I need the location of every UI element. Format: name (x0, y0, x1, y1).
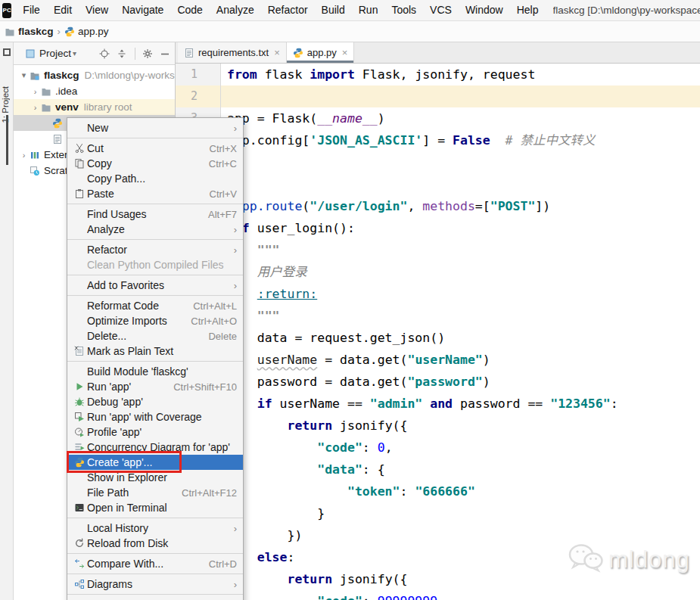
code-line[interactable]: 10 用户登录 (176, 261, 700, 283)
tree-item-flaskcg[interactable]: ▾flaskcgD:\mldong\py-worksp (14, 67, 175, 83)
tree-item-idea[interactable]: ›.idea (14, 83, 175, 99)
breadcrumb-item-app-py[interactable]: app.py (64, 26, 109, 37)
code-line-text: data = request.get_json() (221, 327, 700, 349)
code-line-text: def user_login(): (221, 217, 700, 239)
code-line[interactable]: 2 (176, 85, 700, 107)
menubar-item-view[interactable]: View (79, 4, 115, 16)
tree-item-venv[interactable]: ›venvlibrary root (14, 99, 175, 115)
menu-item-cut[interactable]: CutCtrl+X (67, 141, 243, 156)
tree-expander-icon[interactable]: › (30, 103, 41, 112)
menu-item-debug-app[interactable]: Debug 'app' (67, 394, 243, 409)
menu-item-compare-with[interactable]: Compare With...Ctrl+D (67, 556, 243, 571)
code-line[interactable]: 16 if userName == "admin" and password =… (176, 393, 700, 415)
gutter-line-number[interactable]: 1 (176, 64, 221, 85)
tab-label: requirements.txt (198, 47, 269, 58)
menu-item-copy[interactable]: CopyCtrl+C (67, 156, 243, 171)
menu-item-create-gist[interactable]: Create Gist (67, 597, 243, 600)
chevron-down-icon[interactable]: ▾ (73, 49, 76, 58)
menubar-item-help[interactable]: Help (510, 4, 546, 16)
hide-panel-icon[interactable] (160, 48, 170, 59)
menu-item-delete[interactable]: Delete...Delete (67, 328, 243, 344)
stripe-scrollbar[interactable] (6, 115, 8, 165)
python-icon (52, 118, 65, 129)
tab-requirements-txt[interactable]: requirements.txt× (178, 42, 287, 63)
code-line[interactable]: 20 "token": "666666" (176, 480, 700, 502)
gutter-line-number[interactable]: 2 (176, 85, 221, 107)
menu-item-copy-path[interactable]: Copy Path... (67, 171, 243, 186)
menu-item-label: Open in Terminal (87, 502, 237, 514)
menu-item-build-module-flaskcg[interactable]: Build Module 'flaskcg' (67, 364, 243, 379)
locate-file-icon[interactable] (99, 48, 110, 59)
menubar-item-window[interactable]: Window (459, 4, 510, 16)
menu-item-diagrams[interactable]: Diagrams› (67, 577, 243, 592)
menu-item-optimize-imports[interactable]: Optimize ImportsCtrl+Alt+O (67, 313, 243, 328)
tab-app-py[interactable]: app.py× (287, 42, 355, 63)
code-line[interactable]: 12 """ (176, 305, 700, 327)
settings-gear-icon[interactable] (142, 48, 153, 59)
menubar-item-refactor[interactable]: Refactor (261, 4, 315, 16)
code-line[interactable]: 11 :return: (176, 283, 700, 305)
code-line[interactable]: 4app.config['JSON_AS_ASCII'] = False # 禁… (176, 129, 700, 151)
menu-item-shortcut: Ctrl+Shift+F10 (173, 381, 237, 393)
code-line[interactable]: 17 return jsonify({ (176, 415, 700, 437)
code-line[interactable]: 9 """ (176, 239, 700, 261)
code-line[interactable]: 19 "data": { (176, 459, 700, 480)
code-line[interactable]: 1from flask import Flask, jsonify, reque… (176, 64, 700, 85)
menu-item-show-in-explorer[interactable]: Show in Explorer (67, 470, 243, 485)
pycharm-window: PC FileEditViewNavigateCodeAnalyzeRefact… (0, 0, 700, 600)
menu-item-find-usages[interactable]: Find UsagesAlt+F7 (67, 207, 243, 222)
menubar-item-run[interactable]: Run (352, 4, 385, 16)
menubar-item-navigate[interactable]: Navigate (115, 4, 170, 16)
collapse-all-icon[interactable] (117, 48, 127, 59)
menubar-item-file[interactable]: File (16, 4, 47, 16)
project-stripe-label[interactable]: 1: Project (1, 86, 10, 123)
menu-item-create-app[interactable]: Create 'app'... (67, 455, 243, 470)
menu-item-local-history[interactable]: Local History› (67, 521, 243, 536)
menubar-item-tools[interactable]: Tools (384, 4, 423, 16)
menu-item-mark-as-plain-text[interactable]: Mark as Plain Text (67, 344, 243, 359)
textfile-icon (52, 134, 65, 145)
breadcrumb-item-flaskcg[interactable]: flaskcg (5, 26, 54, 37)
menu-item-run-app-with-coverage[interactable]: Run 'app' with Coverage (67, 409, 243, 424)
tree-expander-icon[interactable]: › (18, 151, 30, 160)
menubar-item-vcs[interactable]: VCS (423, 4, 459, 16)
menu-item-run-app[interactable]: Run 'app'Ctrl+Shift+F10 (67, 379, 243, 394)
menu-item-open-in-terminal[interactable]: Open in Terminal (67, 500, 243, 515)
code-line[interactable]: 18 "code": 0, (176, 437, 700, 459)
tree-expander-icon[interactable]: ▾ (18, 70, 30, 80)
menu-item-add-to-favorites[interactable]: Add to Favorites› (67, 278, 243, 293)
menu-item-profile-app[interactable]: Profile 'app' (67, 424, 243, 440)
code-line[interactable]: 7@app.route("/user/login", methods=["POS… (176, 195, 700, 217)
code-line[interactable]: 13 data = request.get_json() (176, 327, 700, 349)
code-line-text: password = data.get("password") (221, 371, 700, 393)
menu-item-paste[interactable]: PasteCtrl+V (67, 186, 243, 201)
code-line[interactable]: 5 (176, 151, 700, 173)
menu-item-refactor[interactable]: Refactor› (67, 242, 243, 257)
code-line[interactable]: 6 (176, 173, 700, 195)
code-line[interactable]: 25 "code": 99999999 (176, 590, 700, 600)
menubar: PC FileEditViewNavigateCodeAnalyzeRefact… (0, 0, 700, 21)
project-view-title[interactable]: Project (39, 48, 71, 59)
menubar-item-edit[interactable]: Edit (47, 4, 79, 16)
tab-close-icon[interactable]: × (274, 47, 280, 58)
code-line[interactable]: 15 password = data.get("password") (176, 371, 700, 393)
code-line[interactable]: 8def user_login(): (176, 217, 700, 239)
menubar-item-code[interactable]: Code (170, 4, 209, 16)
code-line[interactable]: 21 } (176, 502, 700, 524)
menu-item-concurrency-diagram-for-app[interactable]: Concurrency Diagram for 'app' (67, 440, 243, 455)
menubar-item-build[interactable]: Build (315, 4, 352, 16)
menu-item-file-path[interactable]: File PathCtrl+Alt+F12 (67, 485, 243, 500)
menu-item-analyze[interactable]: Analyze› (67, 222, 243, 237)
code-line[interactable]: 14 userName = data.get("userName") (176, 349, 700, 371)
menu-item-reformat-code[interactable]: Reformat CodeCtrl+Alt+L (67, 298, 243, 313)
cut-icon (72, 143, 87, 154)
menubar-item-analyze[interactable]: Analyze (210, 4, 261, 16)
code-line[interactable]: 3app = Flask(__name__) (176, 107, 700, 129)
menu-item-new[interactable]: New› (67, 120, 243, 135)
menu-item-reload-from-disk[interactable]: Reload from Disk (67, 536, 243, 551)
code-area[interactable]: 1from flask import Flask, jsonify, reque… (176, 64, 700, 600)
project-tool-window-icon[interactable] (3, 48, 11, 56)
coverage-icon (72, 412, 87, 422)
tree-expander-icon[interactable]: › (30, 87, 41, 96)
tab-close-icon[interactable]: × (342, 47, 348, 58)
